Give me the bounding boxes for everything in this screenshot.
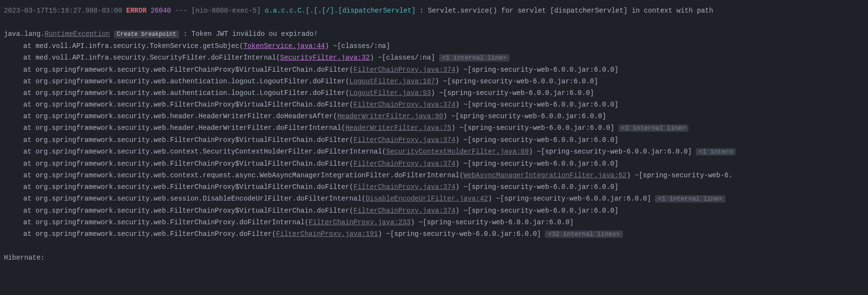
stack-frame: at org.springframework.security.web.Filt… (4, 134, 864, 146)
frame-method: at org.springframework.security.web.Filt… (23, 66, 354, 74)
source-link[interactable]: FilterChainProxy.java:374 (354, 183, 456, 191)
source-link[interactable]: WebAsyncManagerIntegrationFilter.java:62 (463, 171, 626, 179)
stack-frame: at org.springframework.security.web.cont… (4, 146, 864, 158)
frame-method: at org.springframework.security.web.Filt… (23, 218, 309, 226)
stack-frame: at org.springframework.security.web.Filt… (4, 99, 864, 110)
stack-frame: at org.springframework.security.web.Filt… (4, 181, 864, 193)
logger-name: o.a.c.c.C.[.[.[/].[dispatcherServlet] (265, 7, 416, 15)
frame-source: ) ~[spring-security-web-6. (626, 171, 732, 179)
stack-frame: at org.springframework.security.web.sess… (4, 193, 864, 205)
frame-source: ) ~[spring-security-web-6.0.0.jar:6.0.0] (488, 195, 651, 202)
timestamp: 2023-03-17T15:19:27.988-03:00 (4, 7, 122, 15)
source-link[interactable]: FilterChainProxy.java:233 (309, 218, 410, 226)
source-link[interactable]: FilterChainProxy.java:191 (276, 230, 378, 238)
frame-method: at org.springframework.security.web.sess… (23, 195, 366, 202)
source-link[interactable]: FilterChainProxy.java:374 (354, 160, 456, 168)
log-header-line: 2023-03-17T15:19:27.988-03:00 ERROR 2604… (4, 5, 864, 16)
frame-method: at org.springframework.security.web.auth… (23, 78, 349, 85)
frame-source: ) ~[spring-security-web-6.0.0.jar:6.0.0] (456, 66, 619, 74)
stack-frame: at org.springframework.security.web.head… (4, 122, 864, 134)
stack-frame: at med.voll.API.infra.security.TokenServ… (4, 40, 864, 52)
stack-frame: at org.springframework.security.web.cont… (4, 170, 864, 181)
hibernate-label: Hibernate: (4, 254, 45, 262)
frame-method: at med.voll.API.infra.security.SecurityF… (23, 54, 280, 62)
hibernate-line: Hibernate: (4, 252, 864, 264)
log-message: : Servlet.service() for servlet [dispatc… (420, 7, 713, 15)
log-level: ERROR (126, 7, 147, 15)
stack-frame: at org.springframework.security.web.Filt… (4, 158, 864, 170)
source-link[interactable]: LogoutFilter.java:93 (349, 89, 431, 97)
stack-frame: at med.voll.API.infra.security.SecurityF… (4, 52, 864, 64)
source-link[interactable]: FilterChainProxy.java:374 (354, 101, 456, 109)
frame-source: ) ~[classes/:na] (325, 42, 390, 50)
source-link[interactable]: HeaderWriterFilter.java:90 (337, 112, 443, 120)
separator: --- (175, 7, 187, 15)
internal-lines-badge[interactable]: <1 internal line> (619, 124, 689, 132)
frame-source: ) ~[spring-security-web-6.0.0.jar:6.0.0] (410, 218, 573, 226)
internal-lines-badge[interactable]: <1 intern (696, 148, 736, 155)
frame-source: ) ~[spring-security-web-6.0.0.jar:6.0.0] (456, 160, 619, 168)
frame-method: at org.springframework.security.web.head… (23, 124, 345, 132)
source-link[interactable]: LogoutFilter.java:107 (349, 78, 435, 85)
internal-lines-badge[interactable]: <1 internal line> (655, 195, 725, 202)
internal-lines-badge[interactable]: <32 internal lines> (545, 231, 622, 238)
stack-frame: at org.springframework.security.web.auth… (4, 87, 864, 99)
create-breakpoint-button[interactable]: Create breakpoint (114, 31, 179, 38)
source-link[interactable]: HeaderWriterFilter.java:75 (345, 124, 451, 132)
source-link[interactable]: FilterChainProxy.java:374 (354, 207, 456, 215)
frame-method: at org.springframework.security.web.Filt… (23, 160, 354, 168)
stack-frame: at org.springframework.security.web.Filt… (4, 205, 864, 217)
stack-frame: at org.springframework.security.web.Filt… (4, 217, 864, 228)
process-id: 26040 (150, 7, 171, 15)
source-link[interactable]: FilterChainProxy.java:374 (354, 136, 456, 144)
blank-line (4, 240, 864, 252)
stack-frame: at org.springframework.security.web.Filt… (4, 228, 864, 240)
frame-source: ) ~[spring-security-web-6.0.0.jar:6.0.0] (435, 78, 598, 85)
exception-message: : Token JWT inválido ou expirado! (183, 30, 318, 38)
frame-method: at org.springframework.security.web.cont… (23, 148, 386, 155)
frame-source: ) ~[spring-security-web-6.0.0.jar:6.0.0] (456, 101, 619, 109)
source-link[interactable]: SecurityFilter.java:32 (280, 54, 370, 62)
source-link[interactable]: SecurityContextHolderFilter.java:69 (386, 148, 529, 155)
frame-method: at org.springframework.security.web.Filt… (23, 207, 354, 215)
internal-lines-badge[interactable]: <1 internal line> (439, 54, 509, 62)
blank-line (4, 16, 864, 28)
frame-method: at org.springframework.security.web.Filt… (23, 136, 354, 144)
frame-method: at med.voll.API.infra.security.TokenServ… (23, 42, 244, 50)
frame-source: ) ~[classes/:na] (370, 54, 435, 62)
frame-method: at org.springframework.security.web.Filt… (23, 101, 354, 109)
frame-method: at org.springframework.security.web.head… (23, 112, 337, 120)
frame-method: at org.springframework.security.web.auth… (23, 89, 349, 97)
source-link[interactable]: TokenService.java:44 (244, 42, 325, 50)
exception-line: java.lang.RuntimeException Create breakp… (4, 28, 864, 40)
frame-source: ) ~[spring-security-web-6.0.0.jar:6.0.0] (529, 148, 692, 155)
frame-method: at org.springframework.security.web.Filt… (23, 230, 276, 238)
frame-source: ) ~[spring-security-web-6.0.0.jar:6.0.0] (451, 124, 614, 132)
log-console: 2023-03-17T15:19:27.988-03:00 ERROR 2604… (4, 5, 864, 264)
stack-frame: at org.springframework.security.web.head… (4, 110, 864, 122)
thread-name: [nio-8080-exec-5] (192, 7, 261, 15)
frame-source: ) ~[spring-security-web-6.0.0.jar:6.0.0] (456, 207, 619, 215)
stack-frame: at org.springframework.security.web.Filt… (4, 64, 864, 76)
frame-source: ) ~[spring-security-web-6.0.0.jar:6.0.0] (443, 112, 606, 120)
frame-source: ) ~[spring-security-web-6.0.0.jar:6.0.0] (378, 230, 541, 238)
frame-source: ) ~[spring-security-web-6.0.0.jar:6.0.0] (456, 136, 619, 144)
exception-class-link[interactable]: RuntimeException (45, 30, 110, 38)
frame-method: at org.springframework.security.web.cont… (23, 171, 463, 179)
stack-frame: at org.springframework.security.web.auth… (4, 76, 864, 87)
source-link[interactable]: DisableEncodeUrlFilter.java:42 (366, 195, 488, 202)
frame-method: at org.springframework.security.web.Filt… (23, 183, 354, 191)
frame-source: ) ~[spring-security-web-6.0.0.jar:6.0.0] (456, 183, 619, 191)
source-link[interactable]: FilterChainProxy.java:374 (354, 66, 456, 74)
frame-source: ) ~[spring-security-web-6.0.0.jar:6.0.0] (431, 89, 594, 97)
exception-package: java.lang. (4, 30, 45, 38)
